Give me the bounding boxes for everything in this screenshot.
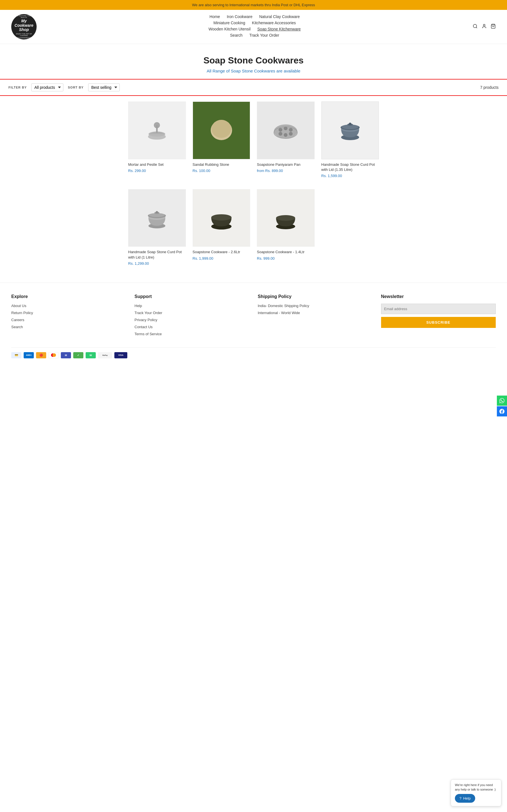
footer-link-careers[interactable]: Careers xyxy=(11,318,126,322)
svg-point-13 xyxy=(289,128,293,132)
product-card-1[interactable]: Mortar and Pestle Set Rs. 299.00 xyxy=(128,101,186,178)
product-image-5 xyxy=(128,189,186,247)
product-name-6: Soapstone Cookware - 2.6Ltr xyxy=(193,250,250,255)
empty-cell xyxy=(321,189,379,266)
product-card-2[interactable]: Sandal Rubbing Stone Rs. 100.00 xyxy=(193,101,250,178)
logo-area: TO RESTORE YOUR HEALTH My Cookware Shop … xyxy=(11,14,37,40)
logo-url: WWW.MYCOOKWARESHOP.COM xyxy=(12,37,36,39)
product-count: 7 products xyxy=(480,85,499,90)
product-name-7: Soapstone Cookware - 1.4Ltr xyxy=(257,250,315,255)
filter-bar: FILTER BY All products SORT BY Best sell… xyxy=(0,80,507,96)
product-price-6: Rs. 1,999.00 xyxy=(193,256,250,260)
footer-support: Support Help Track Your Order Privacy Po… xyxy=(135,294,249,339)
payment-icon-1: 💳 xyxy=(11,352,21,358)
logo-brand: My Cookware Shop xyxy=(13,19,34,32)
product-card-7[interactable]: Soapstone Cookware - 1.4Ltr Rs. 999.00 xyxy=(257,189,315,266)
svg-point-31 xyxy=(211,214,231,220)
payment-icon-amex: AMEX xyxy=(24,352,34,358)
nav-row-3: Wooden Kitchen Utensil Soap Stone Kitche… xyxy=(37,27,473,31)
product-price-1: Rs. 299.00 xyxy=(128,168,186,173)
sort-label: SORT BY xyxy=(68,86,83,89)
product-price-7: Rs. 999.00 xyxy=(257,256,315,260)
payment-icon-6: W xyxy=(86,352,96,358)
newsletter-email-input[interactable] xyxy=(381,304,496,314)
top-banner: We are also serving to International mar… xyxy=(0,0,507,10)
product-image-1 xyxy=(128,101,186,159)
svg-point-23 xyxy=(349,123,351,125)
payment-icon-3: 🔴 xyxy=(36,352,46,358)
footer-link-search[interactable]: Search xyxy=(11,325,126,329)
product-image-4 xyxy=(321,101,379,159)
product-price-4: Rs. 1,599.00 xyxy=(321,174,379,178)
nav-wooden[interactable]: Wooden Kitchen Utensil xyxy=(209,27,250,31)
footer-link-domestic[interactable]: India- Domestic Shipping Policy xyxy=(258,304,373,308)
footer-shipping: Shipping Policy India- Domestic Shipping… xyxy=(258,294,373,339)
footer-grid: Explore About Us Return Policy Careers S… xyxy=(11,294,496,339)
product-image-6 xyxy=(193,189,250,247)
footer-shipping-heading: Shipping Policy xyxy=(258,294,373,299)
nav-row-4: Search Track Your Order xyxy=(37,33,473,38)
logo-tagline: ENJOY THE ART OF COOKING xyxy=(13,33,34,36)
footer-link-about[interactable]: About Us xyxy=(11,304,126,308)
logo-top-text: TO RESTORE YOUR HEALTH xyxy=(13,15,34,18)
svg-point-9 xyxy=(212,120,231,138)
account-button[interactable] xyxy=(482,24,487,30)
product-price-2: Rs. 100.00 xyxy=(193,168,250,173)
footer-link-return[interactable]: Return Policy xyxy=(11,311,126,315)
nav-soapstone[interactable]: Soap Stone Kitchenware xyxy=(258,27,301,31)
search-button[interactable] xyxy=(473,24,478,30)
nav-home[interactable]: Home xyxy=(210,14,220,19)
product-section: Mortar and Pestle Set Rs. 299.00 Sandal … xyxy=(120,96,387,271)
nav-natural-clay[interactable]: Natural Clay Cookware xyxy=(259,14,300,19)
page-title: Soap Stone Cookwares xyxy=(6,55,501,66)
nav-track-order[interactable]: Track Your Order xyxy=(249,33,279,38)
page-title-section: Soap Stone Cookwares All Range of Soap S… xyxy=(0,44,507,80)
footer-explore: Explore About Us Return Policy Careers S… xyxy=(11,294,126,339)
product-name-4: Handmade Soap Stone Curd Pot with Lid (1… xyxy=(321,162,379,172)
footer-link-help[interactable]: Help xyxy=(135,304,249,308)
product-name-2: Sandal Rubbing Stone xyxy=(193,162,250,167)
footer-newsletter: Newsletter SUBSCRIBE xyxy=(381,294,496,339)
svg-point-35 xyxy=(52,354,56,357)
product-card-3[interactable]: Soapstone Paniyaram Pan from Rs. 899.00 xyxy=(257,101,315,178)
logo[interactable]: TO RESTORE YOUR HEALTH My Cookware Shop … xyxy=(11,14,37,40)
product-card-4[interactable]: Handmade Soap Stone Curd Pot with Lid (1… xyxy=(321,101,379,178)
svg-point-16 xyxy=(289,132,293,136)
product-image-7 xyxy=(257,189,315,247)
svg-rect-7 xyxy=(156,125,158,133)
product-row-2: Handmade Soap Stone Curd Pot with Lid (1… xyxy=(128,189,379,266)
banner-text: We are also serving to International mar… xyxy=(192,3,315,7)
svg-point-33 xyxy=(276,215,295,221)
footer-link-contact[interactable]: Contact Us xyxy=(135,325,249,329)
page-subtitle: All Range of Soap Stone Cookwares are av… xyxy=(6,68,501,73)
svg-point-2 xyxy=(483,24,485,26)
product-image-3 xyxy=(257,101,315,159)
nav-row-1: Home Iron Cookware Natural Clay Cookware xyxy=(37,14,473,19)
nav-search[interactable]: Search xyxy=(230,33,242,38)
nav-kitchenware[interactable]: Kitchenware Accessories xyxy=(252,20,296,25)
nav-iron-cookware[interactable]: Iron Cookware xyxy=(227,14,252,19)
footer-link-privacy[interactable]: Privacy Policy xyxy=(135,318,249,322)
nav-miniature[interactable]: Miniature Cooking xyxy=(214,20,245,25)
filter-select[interactable]: All products xyxy=(31,84,63,91)
footer-link-track[interactable]: Track Your Order xyxy=(135,311,249,315)
payment-icon-visa: VISA xyxy=(114,352,127,358)
footer-link-international[interactable]: International - World Wide xyxy=(258,311,373,315)
sort-select[interactable]: Best selling xyxy=(88,84,120,91)
footer-newsletter-heading: Newsletter xyxy=(381,294,496,299)
product-name-3: Soapstone Paniyaram Pan xyxy=(257,162,315,167)
footer-link-terms[interactable]: Terms of Service xyxy=(135,332,249,336)
header-icons xyxy=(473,24,496,30)
cart-button[interactable] xyxy=(491,24,496,30)
svg-line-1 xyxy=(476,27,477,28)
product-row-1: Mortar and Pestle Set Rs. 299.00 Sandal … xyxy=(128,101,379,178)
filter-label: FILTER BY xyxy=(8,86,27,89)
product-price-3: from Rs. 899.00 xyxy=(257,168,315,173)
product-price-5: Rs. 1,299.00 xyxy=(128,261,186,266)
filter-left: FILTER BY All products SORT BY Best sell… xyxy=(8,84,120,91)
product-card-6[interactable]: Soapstone Cookware - 2.6Ltr Rs. 1,999.00 xyxy=(193,189,250,266)
header: TO RESTORE YOUR HEALTH My Cookware Shop … xyxy=(0,10,507,44)
subscribe-button[interactable]: SUBSCRIBE xyxy=(381,317,496,328)
product-card-5[interactable]: Handmade Soap Stone Curd Pot with Lid (1… xyxy=(128,189,186,266)
payment-icon-rupay: RuPay xyxy=(98,352,112,358)
